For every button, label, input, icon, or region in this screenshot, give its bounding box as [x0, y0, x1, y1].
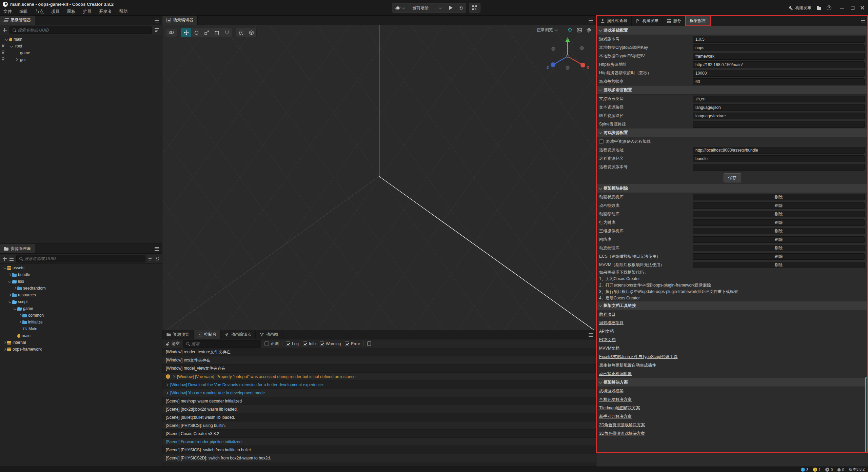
- section-header[interactable]: 框架解决方案: [596, 378, 868, 387]
- lighting-bulb-icon[interactable]: [567, 27, 573, 33]
- console-message[interactable]: [Window] render_texture文件夹存在: [162, 348, 596, 356]
- scene-viewport[interactable]: 3D: [162, 25, 596, 330]
- scene-image-icon[interactable]: [577, 27, 582, 33]
- caret-down-icon[interactable]: [8, 301, 11, 303]
- status-warning-count[interactable]: ! 1: [813, 468, 821, 472]
- module-remove-button[interactable]: 剔除: [693, 228, 865, 234]
- caret-down-icon[interactable]: [8, 280, 11, 283]
- property-input[interactable]: [693, 78, 865, 85]
- tree-row[interactable]: resources: [0, 292, 162, 298]
- caret-down-icon[interactable]: [3, 267, 6, 269]
- property-input[interactable]: [693, 104, 865, 111]
- caret-right-icon[interactable]: [19, 321, 21, 323]
- add-node-button[interactable]: [3, 28, 7, 32]
- tree-row[interactable]: main: [0, 332, 162, 339]
- console-message[interactable]: [Window] Download the Vue Devtools exten…: [162, 381, 596, 389]
- filter-log[interactable]: Log: [286, 341, 299, 346]
- rect-tool-button[interactable]: [212, 28, 222, 37]
- console-message[interactable]: [Window] You are running Vue in developm…: [162, 389, 596, 397]
- preview-device-button[interactable]: [392, 3, 409, 12]
- console-message[interactable]: [Scene] Forward render pipeline initiali…: [162, 438, 596, 446]
- module-remove-button[interactable]: 剔除: [693, 236, 865, 243]
- sort-assets-button[interactable]: [9, 257, 14, 261]
- console-search-input[interactable]: [191, 341, 258, 346]
- doc-link[interactable]: 原生包热更新配置自动生成插件: [599, 362, 656, 368]
- status-error-count[interactable]: × 0: [825, 468, 833, 472]
- tree-row[interactable]: root: [0, 43, 162, 50]
- doc-link[interactable]: 全栈开发解决方案: [599, 397, 632, 402]
- hierarchy-search[interactable]: [9, 26, 152, 34]
- filter-checkbox[interactable]: [303, 341, 307, 346]
- property-input[interactable]: [693, 147, 865, 154]
- caret-down-icon[interactable]: [599, 29, 601, 32]
- property-input[interactable]: [693, 121, 865, 128]
- module-remove-button[interactable]: 剔除: [693, 253, 865, 260]
- status-info-count[interactable]: i 3: [801, 468, 808, 472]
- caret-down-icon[interactable]: [599, 89, 601, 91]
- menu-item-0[interactable]: 文件: [3, 9, 12, 15]
- module-remove-button[interactable]: 剔除: [693, 194, 865, 200]
- anchor-tool-button[interactable]: [222, 28, 232, 37]
- menu-item-5[interactable]: 扩展: [83, 9, 92, 15]
- tree-row[interactable]: internal: [0, 339, 162, 346]
- scale-tool-button[interactable]: [201, 28, 212, 37]
- status-notifications[interactable]: 0: [837, 468, 844, 472]
- module-remove-button[interactable]: 剔除: [693, 262, 865, 268]
- section-header[interactable]: 框架文档工具链接: [596, 301, 868, 310]
- inspector-menu-icon[interactable]: [861, 19, 865, 22]
- coordinate-mode-button[interactable]: [246, 28, 256, 37]
- tree-row[interactable]: libs: [0, 278, 162, 285]
- console-menu-icon[interactable]: [589, 333, 593, 337]
- doc-link[interactable]: API文档: [599, 329, 614, 334]
- rotate-tool-button[interactable]: [191, 28, 201, 37]
- assets-menu-icon[interactable]: [155, 247, 159, 251]
- tree-row[interactable]: TSMain: [0, 326, 162, 332]
- hierarchy-menu-icon[interactable]: [155, 19, 159, 22]
- console-message[interactable]: [Window] model_view文件夹存在: [162, 365, 596, 373]
- tree-row[interactable]: common: [0, 312, 162, 319]
- caret-right-icon[interactable]: [19, 314, 21, 317]
- module-remove-button[interactable]: 剔除: [693, 211, 865, 217]
- clear-console-button[interactable]: 清空: [166, 341, 180, 347]
- tab-hierarchy[interactable]: 层级管理器: [0, 16, 35, 25]
- caret-right-icon[interactable]: [8, 274, 11, 276]
- filter-checkbox[interactable]: [320, 341, 324, 346]
- console-message[interactable]: [Scene] [PHYSICS2D]: switch from box2d-w…: [162, 454, 596, 462]
- doc-link[interactable]: 新手引导解决方案: [599, 414, 632, 419]
- filter-checkbox[interactable]: [286, 341, 290, 346]
- tree-row[interactable]: script: [0, 298, 162, 305]
- property-input[interactable]: [693, 61, 865, 68]
- doc-link[interactable]: 动画状态机编辑器: [599, 371, 632, 377]
- caret-right-icon[interactable]: [8, 294, 11, 296]
- filter-info[interactable]: Info: [303, 341, 316, 346]
- caret-down-icon[interactable]: [599, 304, 601, 307]
- expand-caret-icon[interactable]: [166, 384, 168, 386]
- hierarchy-search-input[interactable]: [18, 28, 149, 33]
- play-button[interactable]: [446, 3, 456, 12]
- property-input[interactable]: [693, 53, 865, 60]
- add-asset-button[interactable]: [3, 257, 7, 261]
- console-message[interactable]: [Scene] meshopt wasm decoder initialized: [162, 397, 596, 405]
- maximize-button[interactable]: [850, 6, 854, 10]
- property-input[interactable]: [693, 113, 865, 119]
- doc-link[interactable]: 3D角色扮演游戏解决方案: [599, 431, 645, 436]
- module-remove-button[interactable]: 剔除: [693, 245, 865, 251]
- view-mode-dropdown[interactable]: 正常浏览: [537, 27, 559, 33]
- tree-row[interactable]: main: [0, 36, 162, 43]
- close-button[interactable]: [861, 6, 865, 10]
- console-message[interactable]: ![Window] [Vue warn]: Property "onInput"…: [162, 373, 596, 381]
- tree-row[interactable]: seedrandom: [0, 285, 162, 292]
- assets-search-input[interactable]: [24, 256, 142, 261]
- doc-link[interactable]: ECS文档: [599, 337, 616, 343]
- console-message[interactable]: [Scene] [PHYSICS]: switch from builtin t…: [162, 446, 596, 454]
- filter-checkbox[interactable]: [345, 341, 349, 346]
- caret-down-icon[interactable]: [599, 132, 601, 134]
- property-input[interactable]: [693, 44, 865, 51]
- assets-search[interactable]: [16, 255, 145, 262]
- hierarchy-filter-button[interactable]: [155, 28, 159, 32]
- minimize-button[interactable]: [840, 6, 844, 10]
- caret-down-icon[interactable]: [5, 38, 8, 41]
- menu-item-4[interactable]: 面板: [67, 9, 76, 15]
- section-header[interactable]: 游戏多语言配置: [596, 86, 868, 95]
- expand-caret-icon[interactable]: [166, 392, 168, 394]
